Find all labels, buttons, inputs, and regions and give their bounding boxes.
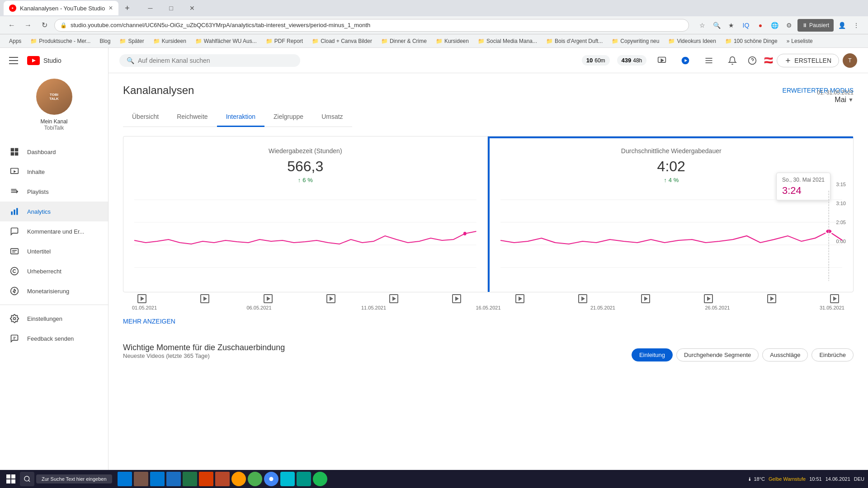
video-icon-btn[interactable] <box>654 52 670 69</box>
bookmark-bois[interactable]: 📁 Bois d'Argent Duft... <box>542 37 606 45</box>
mehr-anzeigen-link[interactable]: MEHR ANZEIGEN <box>123 318 175 325</box>
maximize-btn[interactable]: □ <box>161 0 182 16</box>
reload-btn[interactable]: ↻ <box>38 19 51 32</box>
active-tab[interactable]: Kanalanalysen - YouTube Studio × <box>4 1 118 15</box>
moments-title: Wichtige Momente für die Zuschauerbindun… <box>123 343 285 352</box>
play-icon-7[interactable] <box>515 294 524 303</box>
bookmark-social[interactable]: 📁 Social Media Mana... <box>474 37 541 45</box>
play-icon-3[interactable] <box>264 294 273 303</box>
sidebar-item-analytics[interactable]: Analytics <box>0 202 108 221</box>
taskbar-app-1[interactable] <box>118 472 132 486</box>
taskbar-app-8[interactable] <box>231 472 246 486</box>
taskbar-app-12[interactable] <box>297 472 311 486</box>
bookmark-produktsuche[interactable]: 📁 Produktsuche - Mer... <box>27 37 94 45</box>
bookmark-spaeter[interactable]: 📁 Später <box>116 37 147 45</box>
search-box[interactable]: 🔍 <box>119 54 300 67</box>
extension-btn6[interactable]: ⚙ <box>783 19 796 32</box>
sidebar-item-feedback[interactable]: Feedback senden <box>0 328 108 348</box>
create-btn[interactable]: ERSTELLEN <box>777 54 839 67</box>
sidebar-item-untertitel[interactable]: Untertitel <box>0 241 108 261</box>
bookmark-dinner[interactable]: 📁 Dinner & Crime <box>377 37 430 45</box>
bookmark-schoene[interactable]: 📁 100 schöne Dinge <box>722 37 781 45</box>
play-btn[interactable] <box>677 52 693 69</box>
help-btn[interactable] <box>744 52 760 69</box>
play-icon-4[interactable] <box>326 294 335 303</box>
tab-zielgruppe[interactable]: Zielgruppe <box>264 108 312 127</box>
bookmark-wahlfaecher[interactable]: 📁 Wahlfächer WU Aus... <box>192 37 260 45</box>
taskbar-search[interactable]: Zur Suche Text hier eingeben <box>36 474 112 483</box>
taskbar-app-9[interactable] <box>248 472 262 486</box>
sidebar-item-dashboard[interactable]: Dashboard <box>0 142 108 162</box>
search-input[interactable] <box>138 57 293 64</box>
play-icon-8[interactable] <box>578 294 587 303</box>
bookmark-apps[interactable]: Apps <box>5 37 25 45</box>
start-btn[interactable] <box>4 472 18 486</box>
play-icon-1[interactable] <box>137 294 146 303</box>
play-icon-9[interactable] <box>641 294 650 303</box>
list-icon-btn[interactable] <box>701 52 717 69</box>
play-icon-2[interactable] <box>200 294 209 303</box>
bookmark-leseliste[interactable]: » Leseliste <box>783 37 816 45</box>
bookmark-videokurs[interactable]: 📁 Videokurs Ideen <box>665 37 720 45</box>
minimize-btn[interactable]: ─ <box>140 0 161 16</box>
taskbar-app-13[interactable] <box>313 472 327 486</box>
back-btn[interactable]: ← <box>5 19 18 32</box>
taskbar-app-4[interactable] <box>166 472 181 486</box>
date-period-selector[interactable]: Mai ▼ <box>835 96 854 104</box>
sidebar-item-inhalte[interactable]: Inhalte <box>0 162 108 182</box>
moments-tab-einbrueche[interactable]: Einbrüche <box>811 348 854 361</box>
user-avatar[interactable]: T <box>843 53 857 68</box>
tab-uebersicht[interactable]: Übersicht <box>123 108 168 127</box>
taskbar-app-7[interactable] <box>215 472 230 486</box>
tab-reichweite[interactable]: Reichweite <box>168 108 217 127</box>
play-icon-6[interactable] <box>452 294 461 303</box>
moments-tab-durchgehend[interactable]: Durchgehende Segmente <box>676 348 759 361</box>
tab-close-btn[interactable]: × <box>108 4 113 12</box>
taskbar-app-2[interactable] <box>134 472 148 486</box>
extension-btn3[interactable]: IQ <box>740 19 752 32</box>
window-controls: ─ □ ✕ <box>140 0 203 16</box>
address-bar[interactable]: 🔒 studio.youtube.com/channel/UC6N5u-OiGz… <box>54 19 689 32</box>
extension-btn5[interactable]: 🌐 <box>769 19 781 32</box>
play-icon-5[interactable] <box>389 294 398 303</box>
sidebar-label-feedback: Feedback senden <box>27 335 74 342</box>
bookmark-cload[interactable]: 📁 Cload + Canva Bilder <box>308 37 376 45</box>
sidebar-item-monetarisierung[interactable]: Monetarisierung <box>0 281 108 301</box>
bookmark-copywriting[interactable]: 📁 Copywriting neu <box>608 37 663 45</box>
extension-btn2[interactable]: ★ <box>725 19 738 32</box>
moments-tab-ausschlaege[interactable]: Ausschläge <box>762 348 808 361</box>
bookmark-blog[interactable]: Blog <box>96 37 114 45</box>
notifications-btn[interactable] <box>724 52 741 69</box>
extension-btn1[interactable]: 🔍 <box>711 19 723 32</box>
paused-btn[interactable]: ⏸ Pausiert <box>797 19 834 32</box>
moments-tab-einleitung[interactable]: Einleitung <box>632 348 673 361</box>
bookmark-pdf[interactable]: 📁 PDF Report <box>262 37 307 45</box>
tab-umsatz[interactable]: Umsatz <box>312 108 352 127</box>
sidebar-item-kommentare[interactable]: Kommentare und Er... <box>0 221 108 241</box>
close-btn[interactable]: ✕ <box>182 0 203 16</box>
sidebar-item-playlists[interactable]: Playlists <box>0 182 108 202</box>
profile-btn[interactable]: 👤 <box>835 19 848 32</box>
sidebar-item-einstellungen[interactable]: Einstellungen <box>0 309 108 328</box>
avatar[interactable]: TOBITALK <box>36 79 72 115</box>
taskbar-app-11[interactable] <box>280 472 295 486</box>
forward-btn[interactable]: → <box>22 19 34 32</box>
taskbar-app-3[interactable] <box>150 472 165 486</box>
bookmark-kursideen2[interactable]: 📁 Kursideen <box>432 37 472 45</box>
play-icon-11[interactable] <box>767 294 776 303</box>
taskbar-app-5[interactable] <box>183 472 197 486</box>
play-icon-10[interactable] <box>704 294 713 303</box>
taskbar-app-10[interactable] <box>264 472 278 486</box>
hamburger-menu[interactable] <box>7 53 22 68</box>
bookmark-kursideen1[interactable]: 📁 Kursideen <box>150 37 190 45</box>
taskbar-app-6[interactable] <box>199 472 213 486</box>
menu-btn[interactable]: ⋮ <box>850 19 863 32</box>
play-icon-12[interactable] <box>830 294 839 303</box>
bookmark-btn[interactable]: ☆ <box>696 19 709 32</box>
new-tab-btn[interactable]: + <box>120 1 135 15</box>
search-taskbar-btn[interactable] <box>20 472 34 486</box>
tab-interaktion[interactable]: Interaktion <box>217 108 264 127</box>
sidebar-item-urheberrecht[interactable]: Urheberrecht <box>0 261 108 281</box>
create-icon <box>784 57 792 64</box>
extension-btn4[interactable]: ● <box>754 19 767 32</box>
